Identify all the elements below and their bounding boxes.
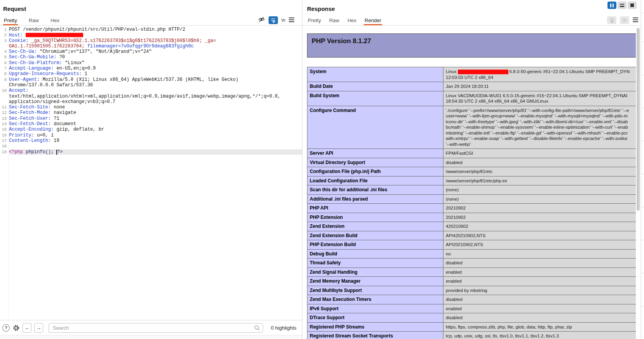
phpinfo-value-cell: Jan 29 2024 18:20:11 <box>443 82 636 91</box>
response-scrollbar-thumb[interactable] <box>637 28 640 211</box>
response-tab-render[interactable]: Render <box>364 17 382 25</box>
inspector-section-divider <box>642 306 644 306</box>
phpinfo-value-cell: disabled <box>443 313 636 323</box>
inspector-section-divider <box>642 141 644 141</box>
request-tab-pretty[interactable]: Pretty <box>3 17 18 25</box>
phpinfo-value-cell: FPM/FastCGI <box>443 149 636 158</box>
request-line[interactable]: 12Sec-Fetch-Mode: navigate <box>0 110 302 115</box>
request-line[interactable]: 18 <box>0 143 302 149</box>
request-menu-icon[interactable] <box>289 17 294 24</box>
response-tabbar: PrettyRawHexRender <box>307 16 382 25</box>
inspector-section-divider <box>642 240 644 240</box>
phpinfo-row: Registered PHP Streamshttps, ftps, compr… <box>307 322 636 332</box>
phpinfo-row: IPv6 Supportenabled <box>307 304 636 313</box>
request-search-bar: ? ← → 0 highlights <box>0 320 302 335</box>
redaction-block <box>458 70 508 74</box>
request-line[interactable]: 7Accept-Language: en-US,en;q=0.9 <box>0 66 302 71</box>
phpinfo-row: Server APIFPM/FastCGI <box>307 149 636 158</box>
phpinfo-value-cell: Linux VACDMUODIA-WU01 6.5.0-15-generic #… <box>443 91 636 106</box>
request-line[interactable]: 14Sec-Fetch-Dest: document <box>0 121 302 127</box>
phpinfo-row: Additional .ini files parsed(none) <box>307 194 636 204</box>
phpinfo-label-cell: Build Date <box>307 82 443 91</box>
inspector-section-divider <box>642 42 644 42</box>
request-line[interactable]: text/html,application/xhtml+xml,applicat… <box>0 94 302 99</box>
pause-updates-button[interactable] <box>607 2 616 9</box>
phpinfo-label-cell: Registered Stream Socket Transports <box>307 332 443 339</box>
phpinfo-value-cell: tcp, udp, unix, udg, ssl, tls, tlsv1.0, … <box>443 332 636 339</box>
phpinfo-label-cell: System <box>307 67 443 82</box>
request-editor[interactable]: 1POST /vendor/phpunit/phpunit/src/Util/P… <box>0 26 302 321</box>
line-number: 9 <box>0 77 9 82</box>
request-line[interactable]: 4Sec-Ch-Ua: "Chromium";v="137", "Not/A)B… <box>0 49 302 54</box>
phpinfo-value-cell: https, ftps, compress.zlib, php, file, g… <box>443 322 636 332</box>
phpinfo-value-cell: disabled <box>443 259 636 268</box>
inspector-collapsed-strip[interactable] <box>641 0 644 339</box>
search-prev-button[interactable]: ← <box>23 323 31 333</box>
search-settings-gear-icon[interactable] <box>12 324 20 332</box>
request-line[interactable]: 6Sec-Ch-Ua-Platform: "Linux" <box>0 60 302 66</box>
stacked-view-button[interactable] <box>618 2 627 9</box>
help-icon[interactable]: ? <box>2 324 10 332</box>
phpinfo-row: Build DateJan 29 2024 18:20:11 <box>307 82 636 91</box>
request-line[interactable]: GA1.1.715901505.1762263784; filemanager=… <box>0 44 302 49</box>
burp-repeater-window: Request PrettyRawHex \n <box>0 0 644 339</box>
inspector-section-divider <box>642 273 644 273</box>
line-number: 6 <box>0 60 9 66</box>
hide-matches-eye-icon[interactable] <box>258 16 265 24</box>
phpinfo-value-cell: enabled <box>443 304 636 313</box>
phpinfo-row: Loaded Configuration File/www/server/php… <box>307 176 636 185</box>
request-tab-raw[interactable]: Raw <box>28 17 40 25</box>
phpinfo-row: PHP Extension20210902 <box>307 213 636 222</box>
phpinfo-label-cell: Server API <box>307 149 443 158</box>
request-line[interactable]: 5Sec-Ch-Ua-Mobile: ?0 <box>0 54 302 60</box>
request-line[interactable]: application/signed-exchange;v=b3;q=0.7 <box>0 99 302 105</box>
request-line[interactable]: 10Accept: <box>0 88 302 93</box>
response-tab-raw[interactable]: Raw <box>328 17 340 25</box>
request-line[interactable]: 9User-Agent: Mozilla/5.0 (X11; Linux x86… <box>0 77 302 82</box>
request-line[interactable]: 16Priority: u=0, i <box>0 133 302 138</box>
request-line[interactable]: Chrome/137.0.0.0 Safari/537.36 <box>0 82 302 88</box>
request-line[interactable]: 3Cookie: _ga_59QTCWHRS3=GS2.1.s176226378… <box>0 38 302 44</box>
word-wrap-icon[interactable] <box>269 16 278 24</box>
phpinfo-row: Configuration File (php.ini) Path/www/se… <box>307 167 636 176</box>
single-view-button[interactable] <box>628 2 637 9</box>
phpinfo-label-cell: Zend Extension <box>307 222 443 231</box>
line-number: 1 <box>0 27 9 32</box>
phpinfo-row: Zend Extension420210902 <box>307 222 636 231</box>
request-line[interactable]: 11Sec-Fetch-Site: none <box>0 105 302 110</box>
request-line[interactable]: 17Content-Length: 19 <box>0 138 302 143</box>
line-number: 3 <box>0 38 9 44</box>
search-next-button[interactable]: → <box>34 323 43 333</box>
request-line[interactable]: 15Accept-Encoding: gzip, deflate, br <box>0 127 302 132</box>
line-number: 19 <box>0 149 9 155</box>
phpinfo-value-cell: 20210902 <box>443 213 636 222</box>
request-line[interactable]: 1POST /vendor/phpunit/phpunit/src/Util/P… <box>0 27 302 32</box>
phpinfo-row: Zend Max Execution Timersdisabled <box>307 295 636 304</box>
response-tab-pretty[interactable]: Pretty <box>307 17 322 25</box>
phpinfo-label-cell: Thread Safety <box>307 259 443 268</box>
response-tab-hex[interactable]: Hex <box>347 17 357 25</box>
phpinfo-row: DTrace Supportdisabled <box>307 313 636 323</box>
request-line[interactable]: 13Sec-Fetch-User: ?1 <box>0 116 302 121</box>
request-tab-hex[interactable]: Hex <box>50 17 60 25</box>
search-icon <box>254 325 260 332</box>
phpinfo-row: SystemLinux6.8.0-50-generic #51~22.04.1-… <box>307 67 636 82</box>
phpinfo-row: Virtual Directory Supportdisabled <box>307 158 636 167</box>
phpinfo-value-cell: /www/server/php/81/etc <box>443 167 636 176</box>
line-number: 17 <box>0 138 9 143</box>
show-newlines-icon[interactable]: \n <box>281 17 285 23</box>
line-number: 5 <box>0 54 9 60</box>
phpinfo-label-cell: Virtual Directory Support <box>307 158 443 167</box>
line-number <box>0 44 9 49</box>
phpinfo-value-cell: 420210902 <box>443 222 636 231</box>
request-line[interactable]: 8Upgrade-Insecure-Requests: 1 <box>0 71 302 77</box>
response-menu-icon[interactable] <box>633 17 638 24</box>
request-line[interactable]: 2Host: <box>0 32 302 38</box>
response-render-view[interactable]: PHP Version 8.1.27 SystemLinux6.8.0-50-g… <box>302 26 636 339</box>
line-number: 12 <box>0 110 9 115</box>
phpinfo-label-cell: Zend Max Execution Timers <box>307 295 443 304</box>
line-number <box>0 99 9 105</box>
phpinfo-label-cell: Configuration File (php.ini) Path <box>307 167 443 176</box>
search-input[interactable] <box>49 323 263 333</box>
request-line[interactable]: 19<?php phpinfo(); ?> <box>0 149 302 155</box>
